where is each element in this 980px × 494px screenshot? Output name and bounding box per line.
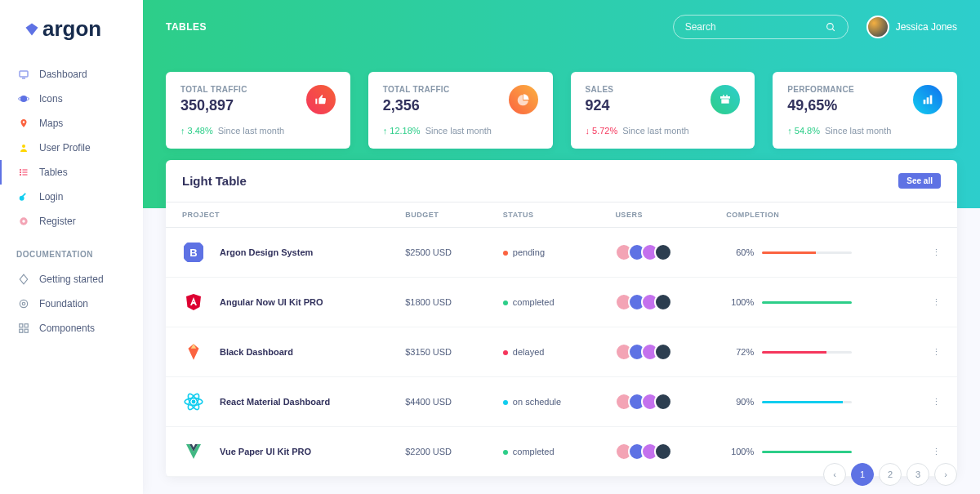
search-input[interactable]	[685, 21, 826, 33]
table-row: Black Dashboard$3150 USDdelayed72%⋮	[166, 327, 957, 377]
stat-icon	[306, 85, 336, 114]
stat-delta: ↑ 54.8%	[787, 126, 820, 136]
circle-icon	[18, 216, 29, 227]
budget-cell: $2500 USD	[389, 228, 487, 278]
svg-point-16	[20, 300, 27, 307]
status-cell: on schedule	[487, 377, 599, 427]
stat-value: 2,356	[383, 97, 450, 114]
pin-icon	[18, 118, 29, 129]
project-name[interactable]: React Material Dashboard	[220, 397, 330, 407]
project-logo	[182, 340, 205, 363]
stat-value: 49,65%	[787, 97, 854, 114]
stat-card: PERFORMANCE49,65%↑ 54.8%Since last month	[773, 72, 957, 149]
doc-item-foundation[interactable]: Foundation	[0, 292, 143, 316]
row-actions[interactable]: ⋮	[906, 327, 957, 377]
sidebar-item-tables[interactable]: Tables	[0, 160, 143, 185]
brand-icon	[24, 22, 39, 37]
sidebar: argon DashboardIconsMapsUser ProfileTabl…	[0, 0, 143, 494]
user-avatar[interactable]	[654, 243, 672, 261]
doc-icon	[18, 323, 29, 334]
nav-label: Dashboard	[39, 69, 87, 80]
user-avatar[interactable]	[654, 393, 672, 411]
svg-rect-9	[23, 172, 28, 173]
sidebar-item-maps[interactable]: Maps	[0, 111, 143, 136]
row-actions[interactable]: ⋮	[906, 228, 957, 278]
search-box[interactable]	[673, 15, 849, 39]
user-icon	[18, 142, 29, 154]
brand-logo[interactable]: argon	[0, 0, 143, 62]
budget-cell: $1800 USD	[389, 278, 487, 327]
stat-since: Since last month	[622, 126, 688, 136]
page-1[interactable]: 1	[851, 463, 874, 486]
column-header: COMPLETION	[710, 202, 906, 228]
list-icon	[18, 167, 29, 177]
svg-rect-25	[722, 99, 729, 103]
svg-point-15	[22, 220, 25, 223]
svg-point-8	[20, 171, 21, 173]
row-actions[interactable]: ⋮	[906, 377, 957, 427]
sidebar-item-register[interactable]: Register	[0, 209, 143, 234]
stat-delta: ↓ 5.72%	[586, 126, 618, 136]
stat-value: 350,897	[180, 97, 247, 114]
svg-rect-19	[24, 324, 28, 327]
stat-card: TOTAL TRAFFIC350,897↑ 3.48%Since last mo…	[166, 72, 350, 149]
stat-icon	[913, 85, 942, 114]
doc-icon	[18, 298, 29, 309]
completion-cell: 72%	[726, 347, 889, 357]
stat-card: TOTAL TRAFFIC2,356↑ 12.18%Since last mon…	[368, 72, 553, 149]
status-cell: pending	[487, 228, 599, 278]
budget-cell: $4400 USD	[389, 377, 487, 427]
project-name[interactable]: Argon Design System	[220, 247, 313, 257]
project-name[interactable]: Vue Paper UI Kit PRO	[220, 447, 311, 456]
svg-point-34	[192, 400, 194, 403]
user-menu[interactable]: Jessica Jones	[866, 16, 957, 38]
nav-label: Tables	[39, 167, 68, 178]
table-title: Light Table	[182, 174, 247, 188]
pagination: ‹123›	[823, 463, 957, 486]
svg-rect-11	[23, 175, 28, 176]
see-all-button[interactable]: See all	[898, 173, 941, 189]
sidebar-item-dashboard[interactable]: Dashboard	[0, 62, 143, 87]
page-next[interactable]: ›	[934, 463, 957, 486]
project-logo	[182, 291, 205, 314]
project-name[interactable]: Angular Now UI Kit PRO	[220, 297, 323, 307]
svg-rect-26	[724, 95, 724, 96]
page-3[interactable]: 3	[906, 463, 929, 486]
svg-rect-29	[927, 97, 929, 104]
status-cell: completed	[487, 427, 599, 477]
row-actions[interactable]: ⋮	[906, 278, 957, 327]
user-avatar[interactable]	[654, 343, 672, 361]
svg-rect-28	[924, 100, 926, 104]
user-avatar[interactable]	[654, 443, 672, 461]
status-cell: delayed	[487, 327, 599, 377]
user-avatar[interactable]	[654, 293, 672, 311]
svg-point-2	[20, 96, 27, 102]
users-cell	[615, 393, 693, 411]
project-name[interactable]: Black Dashboard	[220, 347, 293, 357]
sidebar-item-login[interactable]: Login	[0, 185, 143, 209]
svg-point-22	[826, 23, 833, 29]
status-cell: completed	[487, 278, 599, 327]
sidebar-item-user-profile[interactable]: User Profile	[0, 136, 143, 160]
column-header: BUDGET	[389, 202, 487, 228]
completion-cell: 90%	[726, 397, 889, 407]
nav-label: Maps	[39, 118, 63, 129]
svg-point-4	[23, 121, 25, 123]
svg-point-17	[22, 302, 25, 305]
doc-item-components[interactable]: Components	[0, 316, 143, 340]
users-cell	[615, 293, 693, 311]
budget-cell: $3150 USD	[389, 327, 487, 377]
svg-rect-21	[24, 329, 28, 332]
users-cell	[615, 343, 693, 361]
avatar	[866, 16, 889, 38]
page-2[interactable]: 2	[879, 463, 902, 486]
doc-item-getting-started[interactable]: Getting started	[0, 267, 143, 292]
stat-since: Since last month	[218, 126, 284, 136]
svg-rect-24	[720, 96, 730, 99]
stat-value: 924	[586, 97, 614, 114]
page-prev[interactable]: ‹	[823, 463, 846, 486]
sidebar-item-icons[interactable]: Icons	[0, 87, 143, 111]
doc-icon	[18, 274, 29, 285]
column-header: USERS	[599, 202, 710, 228]
stat-label: PERFORMANCE	[787, 85, 854, 94]
